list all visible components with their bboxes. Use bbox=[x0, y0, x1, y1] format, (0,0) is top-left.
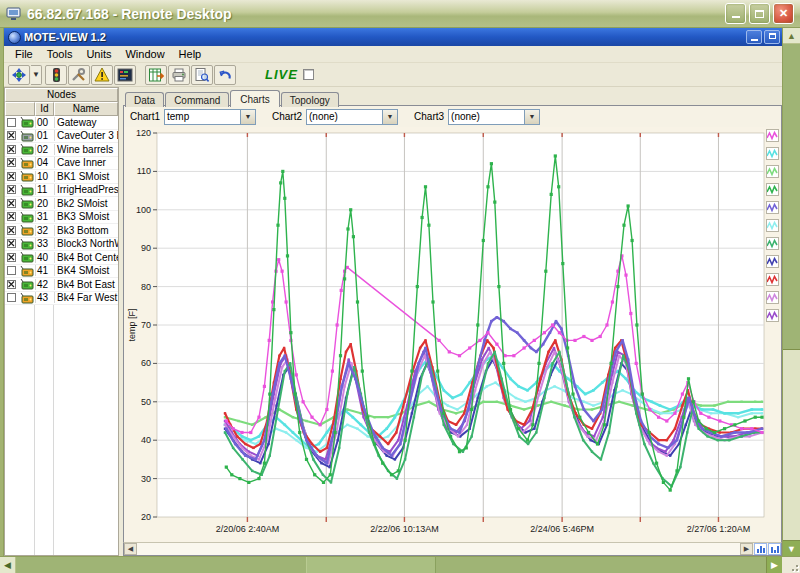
rdp-horizontal-scroll-thumb[interactable] bbox=[306, 557, 436, 573]
undo-button[interactable] bbox=[214, 65, 236, 85]
legend-swatch-light-green[interactable] bbox=[766, 165, 779, 178]
nodes-column-headers: Id Name bbox=[5, 102, 118, 116]
chart-option-button-1[interactable] bbox=[754, 543, 767, 555]
node-row-31[interactable]: 31BK3 SMoist bbox=[5, 211, 118, 225]
print-preview-button[interactable] bbox=[191, 65, 213, 85]
menu-units[interactable]: Units bbox=[79, 47, 118, 61]
minimize-button[interactable] bbox=[725, 3, 746, 24]
node-row-04[interactable]: 04Cave Inner bbox=[5, 157, 118, 171]
tab-charts[interactable]: Charts bbox=[230, 90, 279, 107]
node-row-20[interactable]: 20Bk2 SMoist bbox=[5, 197, 118, 211]
rdp-scroll-up-button[interactable]: ▲ bbox=[783, 28, 800, 44]
legend-swatch-pale-cyan[interactable] bbox=[766, 219, 779, 232]
chart2-dropdown[interactable]: (none)▼ bbox=[306, 109, 398, 125]
scroll-track[interactable] bbox=[137, 543, 740, 555]
node-row-40[interactable]: 40Bk4 Bot Center bbox=[5, 251, 118, 265]
node-row-01[interactable]: 01CaveOuter 3 Ba.. bbox=[5, 130, 118, 144]
column-header-name[interactable]: Name bbox=[54, 102, 118, 116]
tab-data[interactable]: Data bbox=[125, 92, 164, 107]
legend-swatch-magenta[interactable] bbox=[766, 129, 779, 142]
node-checkbox[interactable] bbox=[5, 226, 18, 235]
node-name: BK4 SMoist bbox=[54, 265, 118, 276]
node-checkbox[interactable] bbox=[5, 131, 18, 140]
node-row-02[interactable]: 02Wine barrels bbox=[5, 143, 118, 157]
node-id: 10 bbox=[35, 171, 54, 182]
rdp-scroll-down-button[interactable]: ▼ bbox=[783, 540, 800, 556]
node-row-10[interactable]: 10BK1 SMoist bbox=[5, 170, 118, 184]
menu-window[interactable]: Window bbox=[118, 47, 171, 61]
warning-button[interactable] bbox=[91, 65, 113, 85]
rdp-horizontal-scrollbar: ◀ ▶ bbox=[0, 556, 800, 573]
legend-swatch-purple[interactable] bbox=[766, 309, 779, 322]
maximize-button[interactable] bbox=[749, 3, 770, 24]
legend-swatch-lavender[interactable] bbox=[766, 291, 779, 304]
menu-help[interactable]: Help bbox=[172, 47, 209, 61]
node-checkbox[interactable] bbox=[5, 239, 18, 248]
node-row-33[interactable]: 33Block3 NorthW... bbox=[5, 238, 118, 252]
node-checkbox[interactable] bbox=[5, 185, 18, 194]
column-header-id[interactable]: Id bbox=[35, 102, 54, 116]
remote-session: MOTE-VIEW 1.2 FileToolsUnitsWindowHelp ▼… bbox=[4, 28, 782, 556]
tools-button[interactable] bbox=[68, 65, 90, 85]
tab-topology[interactable]: Topology bbox=[281, 92, 339, 107]
node-id: 33 bbox=[35, 238, 54, 249]
traffic-light-button[interactable] bbox=[45, 65, 67, 85]
node-checkbox[interactable] bbox=[5, 145, 18, 154]
node-checkbox[interactable] bbox=[5, 212, 18, 221]
menu-tools[interactable]: Tools bbox=[40, 47, 80, 61]
navigate-button[interactable] bbox=[8, 65, 30, 85]
node-checkbox[interactable] bbox=[5, 199, 18, 208]
window-resize-grip[interactable] bbox=[782, 557, 800, 573]
chart3-dropdown[interactable]: (none)▼ bbox=[448, 109, 540, 125]
node-checkbox[interactable] bbox=[5, 266, 18, 275]
chevron-down-icon[interactable]: ▼ bbox=[524, 110, 539, 124]
node-row-43[interactable]: 43Bk4 Far West bbox=[5, 292, 118, 306]
legend-swatch-cyan[interactable] bbox=[766, 147, 779, 160]
node-checkbox[interactable] bbox=[5, 280, 18, 289]
node-name: BK3 SMoist bbox=[54, 211, 118, 222]
node-row-32[interactable]: 32Bk3 Bottom bbox=[5, 224, 118, 238]
legend-swatch-navy[interactable] bbox=[766, 255, 779, 268]
node-health-button[interactable] bbox=[114, 65, 136, 85]
scroll-left-arrow[interactable]: ◀ bbox=[124, 543, 137, 555]
app-restore-button[interactable] bbox=[764, 30, 780, 44]
chevron-down-icon[interactable]: ▼ bbox=[240, 110, 255, 124]
navigate-icon bbox=[11, 67, 27, 83]
chart1-dropdown[interactable]: temp▼ bbox=[164, 109, 256, 125]
navigate-dropdown-caret[interactable]: ▼ bbox=[31, 65, 42, 85]
node-checkbox[interactable] bbox=[5, 118, 18, 127]
remote-desktop-icon bbox=[6, 7, 22, 21]
node-row-41[interactable]: 41BK4 SMoist bbox=[5, 265, 118, 279]
legend-swatch-red[interactable] bbox=[766, 273, 779, 286]
scroll-right-arrow[interactable]: ▶ bbox=[740, 543, 753, 555]
legend-swatch-medium-green[interactable] bbox=[766, 237, 779, 250]
node-row-00[interactable]: 00Gateway bbox=[5, 116, 118, 130]
outer-titlebar: 66.82.67.168 - Remote Desktop ✕ bbox=[0, 0, 800, 28]
legend-swatch-green[interactable] bbox=[766, 183, 779, 196]
svg-text:2/24/06 5:46PM: 2/24/06 5:46PM bbox=[530, 524, 594, 534]
close-button[interactable]: ✕ bbox=[773, 3, 794, 24]
rdp-horizontal-scroll-track[interactable] bbox=[16, 557, 306, 573]
app-minimize-button[interactable] bbox=[746, 30, 762, 44]
live-checkbox[interactable] bbox=[303, 69, 314, 80]
rdp-scroll-right-button[interactable]: ▶ bbox=[766, 557, 782, 573]
rdp-vertical-scroll-track[interactable] bbox=[783, 350, 800, 540]
node-row-11[interactable]: 11IrrigHeadPress... bbox=[5, 184, 118, 198]
node-checkbox[interactable] bbox=[5, 253, 18, 262]
chart-option-button-2[interactable] bbox=[768, 543, 781, 555]
print-button[interactable] bbox=[168, 65, 190, 85]
node-checkbox[interactable] bbox=[5, 293, 18, 302]
rdp-vertical-scroll-thumb[interactable] bbox=[783, 44, 800, 350]
chevron-down-icon[interactable]: ▼ bbox=[382, 110, 397, 124]
menu-file[interactable]: File bbox=[8, 47, 40, 61]
print-icon bbox=[171, 67, 187, 83]
node-name: Bk2 SMoist bbox=[54, 198, 118, 209]
tab-command[interactable]: Command bbox=[165, 92, 229, 107]
rdp-scroll-left-button[interactable]: ◀ bbox=[0, 557, 16, 573]
node-checkbox[interactable] bbox=[5, 158, 18, 167]
column-header-blank[interactable] bbox=[5, 102, 35, 116]
legend-swatch-slate-blue[interactable] bbox=[766, 201, 779, 214]
node-row-42[interactable]: 42Bk4 Bot East bbox=[5, 278, 118, 292]
export-data-button[interactable] bbox=[145, 65, 167, 85]
node-checkbox[interactable] bbox=[5, 172, 18, 181]
